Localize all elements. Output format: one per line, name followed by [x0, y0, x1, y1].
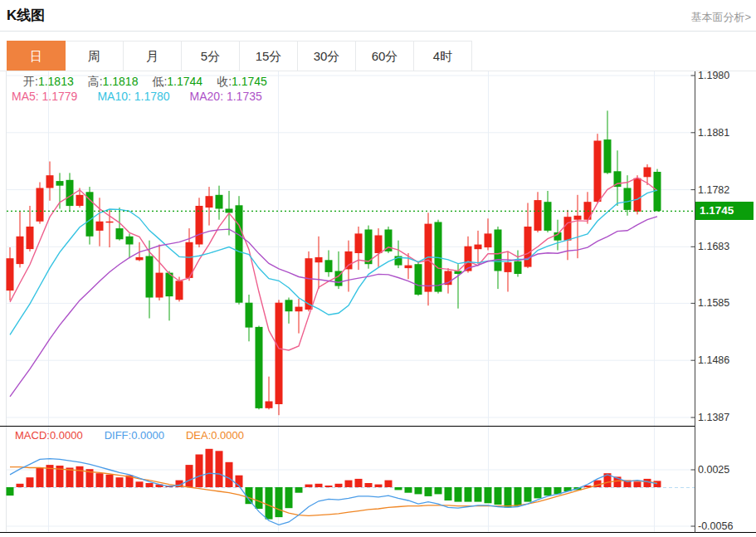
- candle: [315, 237, 323, 289]
- macd-bar: [226, 462, 233, 487]
- ma10-line: [10, 190, 657, 334]
- macd-bar: [544, 487, 552, 496]
- macd-bar: [355, 479, 363, 487]
- candle: [276, 300, 283, 415]
- macd-bar: [365, 483, 373, 487]
- candle: [325, 251, 333, 277]
- candle: [7, 247, 14, 300]
- candle: [196, 198, 203, 247]
- open-value: 1.1813: [38, 75, 74, 88]
- ohlc-readout: 开:1.1813 高:1.1818 低:1.1744 收:1.1745: [23, 75, 267, 90]
- candle: [335, 251, 343, 289]
- candle: [246, 295, 253, 341]
- candle: [604, 110, 612, 173]
- macd-bar: [196, 455, 203, 488]
- candle: [66, 173, 74, 212]
- ma10-readout: MA10: 1.1780: [97, 90, 169, 103]
- price-axis-label: 1.1980: [698, 69, 754, 82]
- candle: [584, 192, 592, 223]
- candle: [206, 187, 213, 226]
- candle: [96, 198, 104, 246]
- close-value: 1.1745: [232, 75, 267, 88]
- candle: [634, 175, 641, 214]
- macd-bar: [285, 487, 293, 508]
- macd-bar: [524, 487, 532, 502]
- candle: [116, 207, 124, 241]
- macd-bar: [216, 451, 223, 487]
- candle: [46, 162, 54, 201]
- macd-bar: [17, 484, 24, 487]
- candle: [365, 226, 373, 269]
- macd-bar: [395, 487, 402, 490]
- candle: [295, 299, 303, 334]
- macd-bar: [305, 485, 313, 487]
- macd-bar: [27, 477, 34, 487]
- candle: [564, 210, 572, 260]
- candle: [425, 212, 432, 305]
- candle: [216, 186, 223, 220]
- candle: [534, 192, 542, 232]
- macd-bar: [315, 484, 323, 487]
- candle: [544, 191, 552, 232]
- candle: [495, 227, 502, 289]
- macd-bar: [515, 487, 522, 506]
- macd-legend: MACD:0.0000 DIFF:0.0000 DEA:0.0000: [15, 429, 244, 442]
- candle: [405, 253, 412, 279]
- candle: [594, 134, 602, 203]
- macd-bar: [644, 479, 651, 487]
- price-axis-label: 1.1683: [698, 240, 754, 253]
- candle: [166, 271, 173, 321]
- open-label: 开:: [23, 75, 38, 88]
- ma20-readout: MA20: 1.1735: [190, 90, 262, 103]
- macd-bar: [96, 473, 104, 487]
- candle: [256, 326, 263, 410]
- macd-bar: [106, 475, 114, 487]
- low-label: 低:: [152, 75, 167, 88]
- macd-bar: [475, 487, 482, 502]
- candle: [345, 241, 353, 292]
- macd-bar: [256, 487, 263, 509]
- macd-bar: [76, 466, 84, 487]
- close-label: 收:: [217, 75, 232, 88]
- candle: [475, 231, 482, 264]
- macd-bar: [186, 465, 193, 487]
- price-axis-label: 1.1387: [698, 411, 754, 424]
- macd-bar: [116, 477, 124, 487]
- macd-bar: [375, 485, 383, 487]
- candle: [485, 218, 492, 250]
- high-value: 1.1818: [103, 75, 139, 88]
- candle: [126, 233, 134, 258]
- candle: [415, 261, 422, 296]
- dea-readout: DEA:0.0000: [186, 429, 244, 442]
- ma-legend: MA5: 1.1779 MA10: 1.1780 MA20: 1.1735: [12, 90, 262, 103]
- price-axis-label: 1.1486: [698, 354, 754, 367]
- candle: [27, 206, 34, 251]
- macd-bar: [505, 487, 512, 507]
- candle: [515, 251, 522, 277]
- macd-bar: [495, 487, 502, 505]
- low-value: 1.1744: [167, 75, 202, 88]
- macd-bar: [206, 449, 213, 487]
- macd-bar: [66, 468, 74, 488]
- high-label: 高:: [88, 75, 103, 88]
- price-axis-label: 1.1585: [698, 296, 754, 310]
- macd-bar: [345, 481, 353, 487]
- candle: [355, 227, 363, 270]
- macd-bar: [385, 481, 393, 487]
- macd-bar: [7, 487, 14, 496]
- macd-bar: [534, 487, 542, 498]
- macd-bar: [37, 468, 44, 488]
- candle: [156, 245, 163, 300]
- macd-bar: [425, 487, 432, 496]
- candle: [37, 183, 44, 224]
- macd-bar: [415, 487, 422, 494]
- macd-bar: [276, 487, 283, 517]
- current-price-tag: 1.1745: [695, 202, 754, 220]
- macd-bar: [445, 487, 452, 500]
- candle: [614, 150, 622, 206]
- macd-bar: [485, 487, 492, 503]
- macd-axis-label: -0.0056: [698, 520, 754, 533]
- candle: [17, 212, 24, 267]
- macd-bar: [435, 487, 442, 494]
- price-axis-label: 1.1881: [698, 126, 754, 139]
